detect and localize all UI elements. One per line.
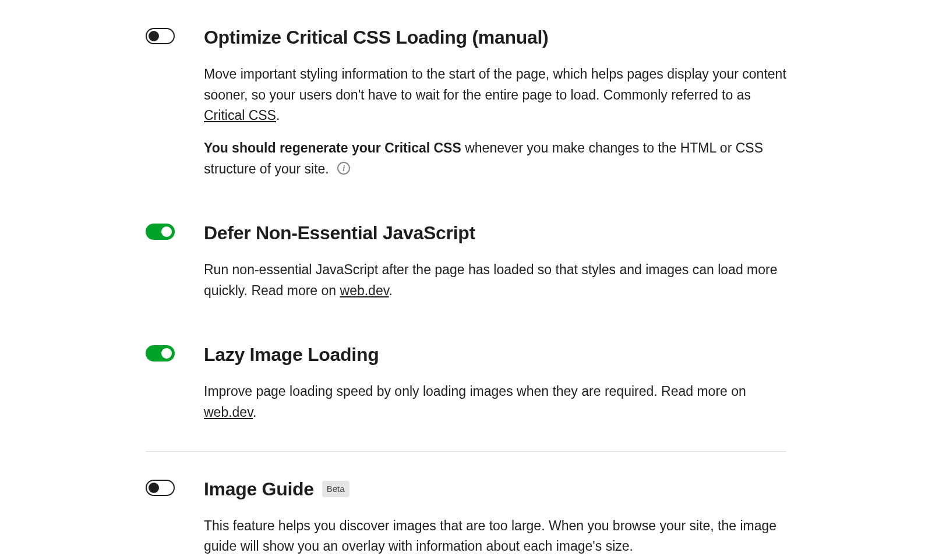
toggle-optimize-css[interactable] bbox=[146, 28, 175, 44]
setting-title-text: Image Guide bbox=[204, 475, 314, 503]
setting-title: Defer Non-Essential JavaScript bbox=[204, 219, 786, 247]
setting-description: This feature helps you discover images t… bbox=[204, 516, 786, 557]
settings-container: Optimize Critical CSS Loading (manual) M… bbox=[122, 12, 810, 560]
setting-description: Move important styling information to th… bbox=[204, 64, 786, 126]
toggle-lazy-image[interactable] bbox=[146, 345, 175, 361]
setting-defer-js: Defer Non-Essential JavaScript Run non-e… bbox=[146, 207, 786, 329]
desc-text: . bbox=[276, 108, 280, 123]
setting-title-text: Defer Non-Essential JavaScript bbox=[204, 219, 475, 247]
setting-content: Lazy Image Loading Improve page loading … bbox=[204, 341, 786, 423]
webdev-link[interactable]: web.dev bbox=[340, 283, 389, 298]
toggle-image-guide[interactable] bbox=[146, 480, 175, 496]
setting-content: Image Guide Beta This feature helps you … bbox=[204, 475, 786, 557]
desc-text: This feature helps you discover images t… bbox=[204, 518, 776, 554]
setting-title: Image Guide Beta bbox=[204, 475, 786, 503]
setting-title: Optimize Critical CSS Loading (manual) bbox=[204, 23, 786, 51]
setting-description: Improve page loading speed by only loadi… bbox=[204, 381, 786, 423]
info-icon[interactable]: i bbox=[337, 162, 350, 175]
critical-css-link[interactable]: Critical CSS bbox=[204, 108, 276, 123]
setting-description: Run non-essential JavaScript after the p… bbox=[204, 260, 786, 301]
toggle-knob bbox=[161, 226, 172, 237]
toggle-knob bbox=[149, 483, 159, 493]
toggle-knob bbox=[161, 348, 172, 359]
setting-optimize-css: Optimize Critical CSS Loading (manual) M… bbox=[146, 12, 786, 207]
toggle-column bbox=[146, 341, 204, 423]
toggle-column bbox=[146, 23, 204, 179]
setting-title-text: Optimize Critical CSS Loading (manual) bbox=[204, 23, 548, 51]
toggle-defer-js[interactable] bbox=[146, 224, 175, 240]
setting-lazy-image: Lazy Image Loading Improve page loading … bbox=[146, 329, 786, 451]
webdev-link[interactable]: web.dev bbox=[204, 405, 253, 420]
desc-text: . bbox=[253, 405, 256, 420]
setting-image-guide: Image Guide Beta This feature helps you … bbox=[146, 451, 786, 560]
setting-content: Optimize Critical CSS Loading (manual) M… bbox=[204, 23, 786, 179]
desc-bold: You should regenerate your Critical CSS bbox=[204, 140, 461, 155]
toggle-knob bbox=[149, 31, 159, 41]
beta-badge: Beta bbox=[322, 481, 350, 498]
desc-text: . bbox=[389, 283, 392, 298]
setting-content: Defer Non-Essential JavaScript Run non-e… bbox=[204, 219, 786, 301]
desc-text: Run non-essential JavaScript after the p… bbox=[204, 262, 777, 298]
setting-title: Lazy Image Loading bbox=[204, 341, 786, 368]
setting-description-note: You should regenerate your Critical CSS … bbox=[204, 138, 786, 179]
setting-title-text: Lazy Image Loading bbox=[204, 341, 379, 368]
desc-text: Improve page loading speed by only loadi… bbox=[204, 384, 746, 399]
toggle-column bbox=[146, 475, 204, 557]
desc-text: Move important styling information to th… bbox=[204, 66, 786, 102]
toggle-column bbox=[146, 219, 204, 301]
